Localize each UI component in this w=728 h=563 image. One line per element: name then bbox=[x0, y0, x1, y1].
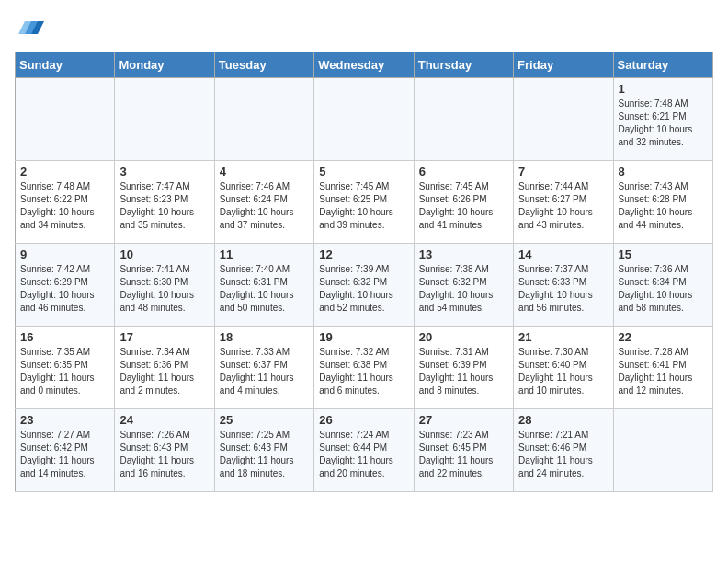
calendar-cell: 7Sunrise: 7:44 AM Sunset: 6:27 PM Daylig… bbox=[514, 161, 613, 244]
calendar-cell: 22Sunrise: 7:28 AM Sunset: 6:41 PM Dayli… bbox=[613, 327, 712, 409]
day-info: Sunrise: 7:45 AM Sunset: 6:26 PM Dayligh… bbox=[419, 180, 508, 232]
calendar-cell: 15Sunrise: 7:36 AM Sunset: 6:34 PM Dayli… bbox=[613, 244, 712, 327]
day-info: Sunrise: 7:44 AM Sunset: 6:27 PM Dayligh… bbox=[518, 180, 608, 232]
day-number: 4 bbox=[220, 165, 309, 178]
day-info: Sunrise: 7:27 AM Sunset: 6:42 PM Dayligh… bbox=[20, 429, 109, 480]
day-number: 5 bbox=[319, 165, 408, 178]
day-info: Sunrise: 7:28 AM Sunset: 6:41 PM Dayligh… bbox=[619, 346, 708, 397]
day-number: 24 bbox=[119, 413, 209, 427]
day-info: Sunrise: 7:21 AM Sunset: 6:46 PM Dayligh… bbox=[518, 429, 608, 480]
day-info: Sunrise: 7:25 AM Sunset: 6:43 PM Dayligh… bbox=[220, 429, 309, 480]
day-info: Sunrise: 7:40 AM Sunset: 6:31 PM Dayligh… bbox=[220, 263, 309, 315]
day-number: 11 bbox=[220, 247, 309, 261]
calendar-cell: 26Sunrise: 7:24 AM Sunset: 6:44 PM Dayli… bbox=[314, 409, 414, 492]
day-number: 25 bbox=[220, 413, 309, 427]
calendar-cell: 12Sunrise: 7:39 AM Sunset: 6:32 PM Dayli… bbox=[314, 244, 414, 327]
day-info: Sunrise: 7:23 AM Sunset: 6:45 PM Dayligh… bbox=[419, 429, 508, 480]
day-number: 18 bbox=[220, 330, 309, 344]
calendar-cell bbox=[613, 409, 712, 492]
day-number: 21 bbox=[518, 330, 608, 344]
calendar-cell: 3Sunrise: 7:47 AM Sunset: 6:23 PM Daylig… bbox=[115, 161, 214, 244]
col-header-thursday: Thursday bbox=[414, 52, 513, 78]
calendar-cell: 5Sunrise: 7:45 AM Sunset: 6:25 PM Daylig… bbox=[314, 161, 414, 244]
day-number: 7 bbox=[518, 165, 608, 178]
calendar-cell bbox=[214, 78, 313, 161]
day-number: 17 bbox=[119, 330, 209, 344]
day-number: 13 bbox=[419, 247, 508, 261]
day-number: 10 bbox=[119, 247, 209, 261]
col-header-monday: Monday bbox=[115, 52, 214, 78]
calendar-week-row: 23Sunrise: 7:27 AM Sunset: 6:42 PM Dayli… bbox=[16, 409, 713, 492]
calendar-cell: 18Sunrise: 7:33 AM Sunset: 6:37 PM Dayli… bbox=[214, 327, 313, 409]
col-header-tuesday: Tuesday bbox=[214, 52, 313, 78]
logo-icon bbox=[18, 15, 44, 40]
calendar-cell: 6Sunrise: 7:45 AM Sunset: 6:26 PM Daylig… bbox=[414, 161, 513, 244]
day-info: Sunrise: 7:37 AM Sunset: 6:33 PM Dayligh… bbox=[518, 263, 608, 315]
day-info: Sunrise: 7:41 AM Sunset: 6:30 PM Dayligh… bbox=[119, 263, 209, 315]
col-header-sunday: Sunday bbox=[16, 52, 115, 78]
calendar-week-row: 16Sunrise: 7:35 AM Sunset: 6:35 PM Dayli… bbox=[16, 327, 713, 409]
day-info: Sunrise: 7:24 AM Sunset: 6:44 PM Dayligh… bbox=[319, 429, 408, 480]
calendar-cell: 19Sunrise: 7:32 AM Sunset: 6:38 PM Dayli… bbox=[314, 327, 414, 409]
logo bbox=[15, 15, 44, 40]
day-info: Sunrise: 7:48 AM Sunset: 6:21 PM Dayligh… bbox=[619, 98, 708, 149]
calendar-cell: 14Sunrise: 7:37 AM Sunset: 6:33 PM Dayli… bbox=[514, 244, 613, 327]
day-number: 22 bbox=[619, 330, 708, 344]
day-number: 27 bbox=[419, 413, 508, 427]
day-info: Sunrise: 7:31 AM Sunset: 6:39 PM Dayligh… bbox=[419, 346, 508, 397]
calendar-cell: 16Sunrise: 7:35 AM Sunset: 6:35 PM Dayli… bbox=[16, 327, 115, 409]
calendar-cell: 20Sunrise: 7:31 AM Sunset: 6:39 PM Dayli… bbox=[414, 327, 513, 409]
calendar-week-row: 1Sunrise: 7:48 AM Sunset: 6:21 PM Daylig… bbox=[16, 78, 713, 161]
day-info: Sunrise: 7:48 AM Sunset: 6:22 PM Dayligh… bbox=[20, 180, 109, 232]
day-number: 14 bbox=[518, 247, 608, 261]
day-info: Sunrise: 7:45 AM Sunset: 6:25 PM Dayligh… bbox=[319, 180, 408, 232]
calendar-cell bbox=[514, 78, 613, 161]
calendar-cell: 2Sunrise: 7:48 AM Sunset: 6:22 PM Daylig… bbox=[16, 161, 115, 244]
day-info: Sunrise: 7:38 AM Sunset: 6:32 PM Dayligh… bbox=[419, 263, 508, 315]
day-info: Sunrise: 7:26 AM Sunset: 6:43 PM Dayligh… bbox=[119, 429, 209, 480]
day-number: 16 bbox=[20, 330, 109, 344]
day-info: Sunrise: 7:39 AM Sunset: 6:32 PM Dayligh… bbox=[319, 263, 408, 315]
day-info: Sunrise: 7:46 AM Sunset: 6:24 PM Dayligh… bbox=[220, 180, 309, 232]
calendar-cell: 1Sunrise: 7:48 AM Sunset: 6:21 PM Daylig… bbox=[613, 78, 712, 161]
day-number: 12 bbox=[319, 247, 408, 261]
calendar-cell: 28Sunrise: 7:21 AM Sunset: 6:46 PM Dayli… bbox=[514, 409, 613, 492]
day-number: 6 bbox=[419, 165, 508, 178]
calendar-cell: 24Sunrise: 7:26 AM Sunset: 6:43 PM Dayli… bbox=[115, 409, 214, 492]
day-info: Sunrise: 7:43 AM Sunset: 6:28 PM Dayligh… bbox=[619, 180, 708, 232]
day-number: 15 bbox=[619, 247, 708, 261]
calendar-cell: 9Sunrise: 7:42 AM Sunset: 6:29 PM Daylig… bbox=[16, 244, 115, 327]
day-info: Sunrise: 7:47 AM Sunset: 6:23 PM Dayligh… bbox=[119, 180, 209, 232]
day-number: 8 bbox=[619, 165, 708, 178]
calendar-week-row: 2Sunrise: 7:48 AM Sunset: 6:22 PM Daylig… bbox=[16, 161, 713, 244]
calendar-cell: 23Sunrise: 7:27 AM Sunset: 6:42 PM Dayli… bbox=[16, 409, 115, 492]
calendar-cell bbox=[314, 78, 414, 161]
day-number: 20 bbox=[419, 330, 508, 344]
calendar-cell: 17Sunrise: 7:34 AM Sunset: 6:36 PM Dayli… bbox=[115, 327, 214, 409]
calendar-cell: 25Sunrise: 7:25 AM Sunset: 6:43 PM Dayli… bbox=[214, 409, 313, 492]
calendar-cell bbox=[414, 78, 513, 161]
day-number: 9 bbox=[20, 247, 109, 261]
calendar-cell: 13Sunrise: 7:38 AM Sunset: 6:32 PM Dayli… bbox=[414, 244, 513, 327]
calendar-cell bbox=[115, 78, 214, 161]
day-info: Sunrise: 7:35 AM Sunset: 6:35 PM Dayligh… bbox=[20, 346, 109, 397]
day-number: 3 bbox=[119, 165, 209, 178]
calendar-cell: 8Sunrise: 7:43 AM Sunset: 6:28 PM Daylig… bbox=[613, 161, 712, 244]
calendar-week-row: 9Sunrise: 7:42 AM Sunset: 6:29 PM Daylig… bbox=[16, 244, 713, 327]
day-number: 26 bbox=[319, 413, 408, 427]
col-header-saturday: Saturday bbox=[613, 52, 712, 78]
calendar-cell: 11Sunrise: 7:40 AM Sunset: 6:31 PM Dayli… bbox=[214, 244, 313, 327]
calendar-cell: 27Sunrise: 7:23 AM Sunset: 6:45 PM Dayli… bbox=[414, 409, 513, 492]
day-number: 1 bbox=[619, 82, 708, 96]
calendar-header-row: SundayMondayTuesdayWednesdayThursdayFrid… bbox=[16, 52, 713, 78]
day-number: 2 bbox=[20, 165, 109, 178]
day-number: 28 bbox=[518, 413, 608, 427]
page-header bbox=[15, 15, 713, 40]
day-info: Sunrise: 7:30 AM Sunset: 6:40 PM Dayligh… bbox=[518, 346, 608, 397]
day-info: Sunrise: 7:34 AM Sunset: 6:36 PM Dayligh… bbox=[119, 346, 209, 397]
col-header-friday: Friday bbox=[514, 52, 613, 78]
day-info: Sunrise: 7:36 AM Sunset: 6:34 PM Dayligh… bbox=[619, 263, 708, 315]
col-header-wednesday: Wednesday bbox=[314, 52, 414, 78]
calendar-cell: 21Sunrise: 7:30 AM Sunset: 6:40 PM Dayli… bbox=[514, 327, 613, 409]
calendar-table: SundayMondayTuesdayWednesdayThursdayFrid… bbox=[15, 52, 713, 492]
